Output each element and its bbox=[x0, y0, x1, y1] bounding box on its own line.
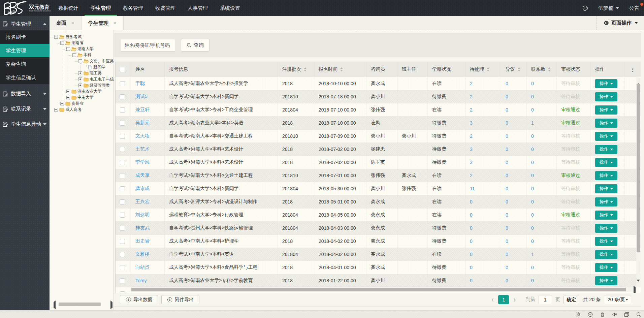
contact-count-link[interactable]: 0 bbox=[531, 107, 534, 113]
tree-horizontal-scrollbar[interactable] bbox=[54, 302, 112, 307]
sidebar-section-数据导入[interactable]: 数据导入 bbox=[0, 86, 50, 101]
tree-node[interactable]: 成人高考 bbox=[54, 106, 82, 113]
tree-toggle-icon[interactable] bbox=[60, 41, 64, 45]
column-header-审核状态[interactable]: 审核状态 bbox=[557, 62, 591, 77]
pending-count-link[interactable]: 2 bbox=[470, 133, 473, 139]
row-checkbox[interactable] bbox=[120, 252, 125, 257]
row-checkbox[interactable] bbox=[120, 265, 125, 270]
tree-node[interactable]: 文史、中医类 bbox=[78, 58, 114, 64]
column-header-操作[interactable]: 操作 bbox=[591, 62, 625, 77]
row-action-button[interactable]: 操作 bbox=[595, 224, 617, 233]
contact-count-link[interactable]: 0 bbox=[531, 186, 534, 191]
student-name-link[interactable]: 王兴宏 bbox=[135, 199, 150, 205]
tree-toggle-icon[interactable] bbox=[78, 84, 82, 87]
contact-count-link[interactable]: 0 bbox=[531, 81, 534, 86]
next-page-icon[interactable]: › bbox=[513, 296, 516, 303]
scroll-right-icon[interactable] bbox=[109, 302, 112, 307]
theme-palette-icon[interactable] bbox=[582, 5, 588, 11]
pending-count-link[interactable]: 0 bbox=[470, 252, 473, 257]
column-header-注册批次[interactable]: 注册批次 bbox=[278, 62, 314, 77]
scroll-right-icon[interactable] bbox=[633, 287, 636, 293]
tree-toggle-icon[interactable] bbox=[54, 108, 58, 112]
column-header-报名时间[interactable]: 报名时间 bbox=[314, 62, 366, 77]
tab-桌面[interactable]: 桌面 × bbox=[50, 16, 82, 30]
contact-count-link[interactable]: 0 bbox=[531, 147, 534, 152]
column-header-咨询员[interactable]: 咨询员 bbox=[366, 62, 397, 77]
sort-icon[interactable] bbox=[548, 67, 551, 71]
student-name-link[interactable]: 吴新元 bbox=[135, 120, 150, 126]
dispute-count-link[interactable]: 0 bbox=[506, 199, 508, 204]
nav-item-学生管理[interactable]: 学生管理 bbox=[85, 0, 117, 16]
contact-count-link[interactable]: 0 bbox=[531, 212, 534, 218]
sidebar-section-联系记录[interactable]: 联系记录 bbox=[0, 101, 50, 117]
export-data-button[interactable]: 导出数据 bbox=[120, 295, 158, 304]
sort-icon[interactable] bbox=[518, 67, 520, 71]
sidebar-item-学生管理[interactable]: 学生管理 bbox=[0, 44, 50, 57]
contact-count-link[interactable]: 0 bbox=[531, 225, 534, 231]
row-action-button[interactable]: 操作 bbox=[595, 145, 617, 154]
student-name-link[interactable]: 李学风 bbox=[135, 159, 150, 165]
contact-count-link[interactable]: 0 bbox=[531, 278, 534, 283]
dispute-count-link[interactable]: 0 bbox=[506, 94, 508, 99]
row-checkbox[interactable] bbox=[120, 199, 125, 204]
export-attachment-button[interactable]: 附件导出 bbox=[161, 295, 199, 304]
column-header-报考信息[interactable]: 报考信息 bbox=[165, 62, 278, 77]
student-name-link[interactable]: 于聪 bbox=[135, 81, 145, 87]
row-action-button[interactable]: 操作 bbox=[595, 263, 617, 272]
tree-node[interactable]: 中南大学 bbox=[66, 94, 94, 100]
contact-count-link[interactable]: 1 bbox=[531, 252, 534, 257]
student-name-link[interactable]: 向站点 bbox=[135, 264, 150, 271]
tree-toggle-icon[interactable] bbox=[54, 35, 58, 39]
scrollbar-thumb[interactable] bbox=[59, 303, 101, 306]
pending-count-link[interactable]: 0 bbox=[470, 225, 473, 231]
pending-count-link[interactable]: 0 bbox=[470, 265, 473, 270]
pin-icon[interactable] bbox=[576, 312, 581, 317]
student-name-link[interactable]: 测试5 bbox=[135, 94, 148, 100]
row-checkbox[interactable] bbox=[120, 81, 125, 86]
dispute-count-link[interactable]: 0 bbox=[506, 186, 508, 191]
student-name-link[interactable]: 文雅楼 bbox=[135, 251, 150, 257]
search-input[interactable] bbox=[121, 39, 175, 52]
page-size-select[interactable]: 20 条/页 bbox=[604, 295, 631, 304]
column-header-班主任[interactable]: 班主任 bbox=[397, 62, 428, 77]
student-name-link[interactable]: 刘达明 bbox=[135, 212, 150, 218]
windows-icon[interactable] bbox=[624, 312, 629, 317]
dispute-count-link[interactable]: 0 bbox=[506, 81, 508, 86]
row-action-button[interactable]: 操作 bbox=[595, 237, 617, 246]
dispute-count-link[interactable]: 0 bbox=[506, 212, 508, 218]
tree-toggle-icon[interactable] bbox=[60, 102, 64, 105]
nav-item-数据统计[interactable]: 数据统计 bbox=[52, 0, 85, 16]
tree-toggle-icon[interactable] bbox=[66, 47, 70, 51]
column-menu-icon[interactable]: ⋮ bbox=[631, 67, 636, 72]
pending-count-link[interactable]: 3 bbox=[470, 147, 473, 152]
dispute-count-link[interactable]: 0 bbox=[506, 225, 508, 231]
row-action-button[interactable]: 操作 bbox=[595, 132, 617, 141]
tree-node[interactable]: 湖南农业大学 bbox=[66, 88, 102, 94]
sidebar-item-学生信息确认[interactable]: 学生信息确认 bbox=[0, 71, 50, 84]
row-checkbox[interactable] bbox=[120, 94, 125, 99]
scroll-left-icon[interactable] bbox=[54, 302, 57, 307]
sort-icon[interactable] bbox=[304, 67, 307, 71]
column-header-联系数[interactable]: 联系数 bbox=[527, 62, 557, 77]
pending-count-link[interactable]: 2 bbox=[470, 173, 473, 178]
row-action-button[interactable]: 操作 bbox=[595, 197, 617, 206]
sort-icon[interactable] bbox=[487, 67, 489, 71]
dispute-count-link[interactable]: 0 bbox=[506, 278, 508, 283]
tree-node[interactable]: 电工电子与信息 bbox=[78, 76, 114, 82]
tab-close-icon[interactable]: × bbox=[113, 20, 117, 26]
contact-count-link[interactable]: 0 bbox=[531, 94, 534, 99]
tree-node[interactable]: 湖南大学 bbox=[66, 46, 94, 52]
contact-count-link[interactable]: 0 bbox=[531, 160, 534, 165]
zoom-icon[interactable] bbox=[636, 312, 641, 317]
pending-count-link[interactable]: 2 bbox=[470, 107, 473, 113]
dispute-count-link[interactable]: 0 bbox=[506, 238, 508, 244]
grid-horizontal-scrollbar[interactable] bbox=[131, 287, 636, 292]
row-checkbox[interactable] bbox=[120, 226, 125, 231]
tab-close-icon[interactable]: × bbox=[71, 20, 74, 26]
row-checkbox[interactable] bbox=[120, 213, 125, 218]
contact-count-link[interactable]: 0 bbox=[531, 199, 534, 204]
dispute-count-link[interactable]: 0 bbox=[506, 252, 508, 257]
dispute-count-link[interactable]: 0 bbox=[506, 120, 508, 126]
student-name-link[interactable]: 田史岩 bbox=[135, 238, 150, 244]
column-header-待处理[interactable]: 待处理 bbox=[465, 62, 501, 77]
